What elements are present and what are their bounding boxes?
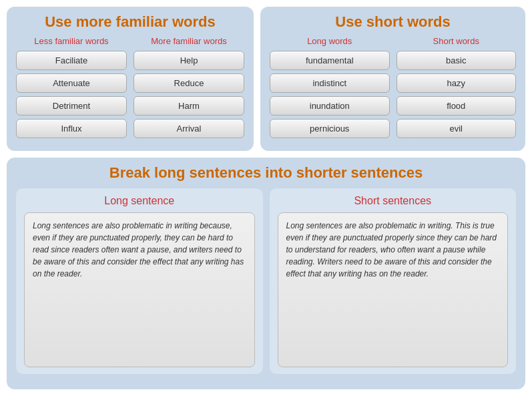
word-item[interactable]: basic — [396, 51, 517, 70]
word-item[interactable]: Reduce — [134, 73, 244, 93]
word-item[interactable]: Influx — [16, 119, 127, 138]
word-item[interactable]: hazy — [396, 73, 517, 93]
short-words-column: Short words basic hazy flood evil — [396, 36, 517, 142]
short-words-col-header: Short words — [396, 36, 517, 47]
long-sentence-box: Long sentence Long sentences are also pr… — [16, 188, 263, 374]
word-item[interactable]: Harm — [134, 96, 244, 116]
short-words-section: Use short words Long words fundamental i… — [260, 7, 525, 151]
short-sentences-text: Long sentences are also problematic in w… — [278, 212, 509, 367]
word-item[interactable]: indistinct — [270, 73, 390, 93]
less-familiar-column: Less familiar words Faciliate Attenuate … — [16, 36, 127, 142]
word-item[interactable]: Attenuate — [16, 73, 127, 93]
word-item[interactable]: Arrival — [134, 119, 244, 138]
less-familiar-header: Less familiar words — [16, 36, 127, 47]
break-sentences-section: Break long sentences into shorter senten… — [7, 158, 525, 389]
short-words-title: Use short words — [270, 13, 516, 31]
short-columns: Long words fundamental indistinct inunda… — [270, 36, 516, 142]
familiar-columns: Less familiar words Faciliate Attenuate … — [16, 36, 244, 142]
familiar-words-section: Use more familiar words Less familiar wo… — [7, 7, 254, 151]
word-item[interactable]: flood — [396, 96, 517, 116]
long-sentence-text: Long sentences are also problematic in w… — [24, 212, 255, 367]
more-familiar-header: More familiar words — [134, 36, 244, 47]
word-item[interactable]: Faciliate — [16, 51, 127, 70]
word-item[interactable]: inundation — [270, 96, 390, 116]
long-words-column: Long words fundamental indistinct inunda… — [270, 36, 390, 142]
top-row: Use more familiar words Less familiar wo… — [7, 7, 525, 151]
short-sentences-box: Short sentences Long sentences are also … — [270, 188, 517, 374]
word-item[interactable]: Detriment — [16, 96, 127, 116]
sentence-columns: Long sentence Long sentences are also pr… — [16, 188, 516, 374]
familiar-title: Use more familiar words — [16, 13, 244, 31]
more-familiar-column: More familiar words Help Reduce Harm Arr… — [134, 36, 244, 142]
break-title: Break long sentences into shorter senten… — [16, 164, 516, 182]
main-container: Use more familiar words Less familiar wo… — [0, 0, 532, 396]
word-item[interactable]: evil — [396, 119, 517, 138]
short-sentences-title: Short sentences — [278, 195, 509, 207]
bottom-row: Break long sentences into shorter senten… — [7, 158, 525, 389]
long-sentence-title: Long sentence — [24, 195, 255, 207]
long-words-header: Long words — [270, 36, 390, 47]
word-item[interactable]: pernicious — [270, 119, 390, 138]
word-item[interactable]: Help — [134, 51, 244, 70]
word-item[interactable]: fundamental — [270, 51, 390, 70]
